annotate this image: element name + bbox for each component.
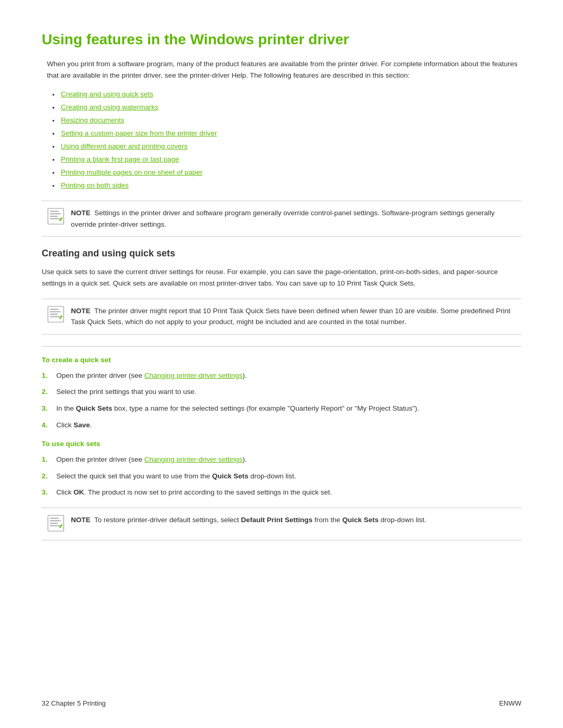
subsection1-title: To create a quick set <box>42 356 521 364</box>
footer-left: 32 Chapter 5 Printing <box>42 699 106 707</box>
svg-rect-1 <box>50 211 59 212</box>
note-icon-2 <box>47 305 65 325</box>
quick-sets-link[interactable]: Creating and using quick sets <box>61 90 153 98</box>
custom-paper-link[interactable]: Setting a custom paper size from the pri… <box>61 129 217 137</box>
note-box-1: NOTE Settings in the printer driver and … <box>42 201 521 237</box>
use-step-1: 1. Open the printer driver (see Changing… <box>42 454 521 465</box>
resizing-link[interactable]: Resizing documents <box>61 116 125 124</box>
step-4: 4. Click Save. <box>42 419 521 431</box>
create-quick-set-steps: 1. Open the printer driver (see Changing… <box>42 370 521 430</box>
section1-body: Use quick sets to save the current drive… <box>42 266 521 289</box>
watermarks-link[interactable]: Creating and using watermarks <box>61 103 158 111</box>
step-1: 1. Open the printer driver (see Changing… <box>42 370 521 381</box>
footer: 32 Chapter 5 Printing ENWW <box>42 699 521 707</box>
svg-rect-2 <box>50 214 61 215</box>
note-icon-1 <box>47 207 65 227</box>
list-item: Resizing documents <box>52 116 521 124</box>
list-item: Printing multiple pages on one sheet of … <box>52 168 521 176</box>
list-item: Creating and using quick sets <box>52 90 521 98</box>
svg-rect-12 <box>50 520 61 521</box>
both-sides-link[interactable]: Printing on both sides <box>61 181 129 189</box>
svg-rect-7 <box>50 311 61 312</box>
note-box-2: NOTE The printer driver might report tha… <box>42 299 521 335</box>
svg-rect-8 <box>50 314 58 315</box>
list-item: Printing a blank first page or last page <box>52 155 521 163</box>
note-box-3: NOTE To restore printer-driver default s… <box>42 508 521 540</box>
changing-settings-link-1[interactable]: Changing printer-driver settings <box>144 372 242 379</box>
multi-page-link[interactable]: Printing multiple pages on one sheet of … <box>61 168 203 176</box>
svg-rect-13 <box>50 523 58 524</box>
list-item: Printing on both sides <box>52 181 521 189</box>
list-item: Setting a custom paper size from the pri… <box>52 129 521 137</box>
svg-rect-6 <box>50 309 59 310</box>
svg-rect-4 <box>50 218 60 219</box>
list-item: Creating and using watermarks <box>52 103 521 111</box>
divider-1 <box>42 346 521 347</box>
step-2: 2. Select the print settings that you wa… <box>42 386 521 398</box>
use-step-3: 3. Click OK. The product is now set to p… <box>42 487 521 498</box>
subsection2-title: To use quick sets <box>42 440 521 448</box>
svg-rect-9 <box>50 316 60 317</box>
blank-page-link[interactable]: Printing a blank first page or last page <box>61 155 179 163</box>
list-item: Using different paper and printing cover… <box>52 142 521 150</box>
changing-settings-link-2[interactable]: Changing printer-driver settings <box>144 455 242 463</box>
feature-list: Creating and using quick sets Creating a… <box>52 90 521 189</box>
svg-rect-11 <box>50 518 59 519</box>
use-quick-set-steps: 1. Open the printer driver (see Changing… <box>42 454 521 498</box>
intro-paragraph: When you print from a software program, … <box>47 58 521 81</box>
section1-title: Creating and using quick sets <box>42 248 521 259</box>
note-text-1: NOTE Settings in the printer driver and … <box>71 207 516 230</box>
note-text-2: NOTE The printer driver might report tha… <box>71 305 516 328</box>
use-step-2: 2. Select the quick set that you want to… <box>42 471 521 482</box>
diff-paper-link[interactable]: Using different paper and printing cover… <box>61 142 188 150</box>
page-title: Using features in the Windows printer dr… <box>42 31 521 48</box>
note-icon-3 <box>47 514 65 534</box>
svg-rect-3 <box>50 216 58 217</box>
step-3: 3. In the Quick Sets box, type a name fo… <box>42 403 521 414</box>
footer-right: ENWW <box>499 699 521 707</box>
note-text-3: NOTE To restore printer-driver default s… <box>71 514 426 526</box>
svg-rect-14 <box>50 525 60 526</box>
